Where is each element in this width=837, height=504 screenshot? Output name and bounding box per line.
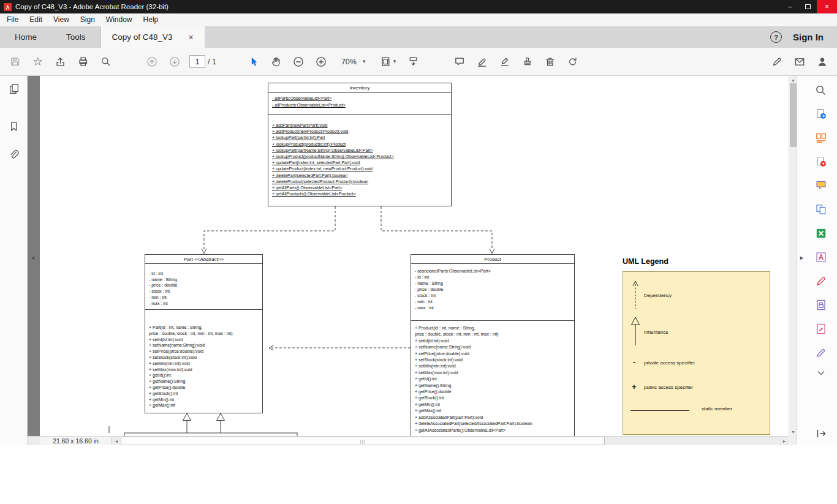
scroll-left-icon[interactable]: ◄ (112, 437, 121, 445)
fit-page-icon (381, 56, 391, 67)
page-number-input[interactable]: 1 (189, 55, 205, 68)
sign-button[interactable] (493, 51, 516, 72)
save-button[interactable] (4, 51, 26, 72)
uml-method: + getPrice():double (149, 385, 262, 391)
menu-item[interactable]: Help (138, 13, 164, 26)
search-button[interactable] (94, 51, 117, 72)
tab-document[interactable]: Copy of C48_V3 × (100, 26, 205, 48)
comment-tool-button[interactable] (812, 178, 830, 194)
sign-in-button[interactable]: Sign In (793, 32, 824, 42)
scrollbar-corner (789, 436, 797, 445)
create-pdf-button[interactable] (812, 154, 830, 170)
uml-method: + setId(id:int):void (415, 338, 574, 344)
class-methods: + addPart(newPart:Part):void+ addProduct… (268, 115, 451, 197)
class-attributes: - allParts:ObservableList<Part>- allProd… (268, 93, 451, 115)
favorite-button[interactable]: ☆ (26, 51, 49, 72)
tab-tools-label: Tools (66, 32, 86, 42)
zoom-out-button[interactable] (287, 51, 310, 72)
window-title: Copy of C48_V3 - Adobe Acrobat Reader (3… (15, 3, 169, 10)
share-button[interactable] (49, 51, 72, 72)
uml-method: + addProduct(newProduct:Product):void (272, 129, 451, 135)
close-button[interactable]: × (817, 0, 837, 13)
fill-sign-tool-button[interactable] (812, 321, 830, 337)
collapse-left-panel-icon[interactable]: ◄ (30, 255, 36, 261)
menu-item[interactable]: Edit (24, 13, 48, 26)
legend-private-label: private access specifier (644, 360, 695, 366)
vertical-scrollbar-thumb[interactable] (790, 83, 797, 147)
fill-sign-button[interactable] (765, 51, 788, 72)
attachments-button[interactable] (4, 146, 23, 163)
fit-page-button[interactable]: ▾ (374, 51, 402, 72)
menu-item[interactable]: Window (100, 13, 138, 26)
redact-pen-icon (815, 275, 827, 287)
menu-item[interactable]: Sign (75, 13, 100, 26)
refresh-icon (567, 56, 578, 67)
paperclip-icon (8, 149, 20, 160)
account-button[interactable] (811, 51, 833, 72)
fountain-pen-icon (771, 56, 782, 67)
page-thumbnails-button[interactable] (4, 80, 23, 97)
inheritance-arrow-icon (628, 315, 643, 347)
redo-button[interactable] (561, 51, 584, 72)
acrobat-logo (4, 3, 12, 11)
scroll-right-icon[interactable]: ► (780, 437, 789, 445)
zoom-level-dropdown[interactable]: 70% ▾ (335, 53, 372, 71)
export-spreadsheet-button[interactable] (812, 225, 830, 241)
uml-method: + getName():String (415, 383, 574, 389)
horizontal-scrollbar-thumb[interactable]: ||| (121, 437, 605, 445)
uml-attribute: - name : String (415, 280, 574, 287)
previous-page-button[interactable] (140, 51, 163, 72)
scrollbar-track[interactable] (605, 437, 780, 445)
scroll-mode-button[interactable] (402, 51, 425, 72)
close-icon: × (825, 2, 829, 11)
select-tool-button[interactable] (242, 51, 265, 72)
spreadsheet-icon (815, 227, 827, 239)
vertical-scrollbar[interactable]: ▴ ▾ (789, 76, 797, 436)
document-viewport[interactable]: ◄ (28, 76, 789, 436)
class-title: Inventory (268, 83, 451, 93)
organize-pages-button[interactable] (812, 130, 830, 146)
next-page-button[interactable] (163, 51, 186, 72)
uml-method: + setMin(min:int):void (415, 363, 574, 369)
stamp-button[interactable] (516, 51, 539, 72)
send-email-button[interactable] (788, 51, 811, 72)
highlight-button[interactable] (471, 51, 493, 72)
protect-button[interactable] (812, 297, 830, 313)
tab-tools[interactable]: Tools (51, 26, 100, 48)
delete-pages-button[interactable] (539, 51, 561, 72)
tab-home[interactable]: Home (0, 26, 51, 48)
chevron-down-icon: ▾ (363, 59, 366, 64)
restore-icon (805, 4, 811, 9)
zoom-tools-button[interactable] (812, 82, 830, 98)
more-tools-button[interactable] (812, 345, 830, 361)
scrollbar-grip-icon: ||| (360, 439, 365, 443)
restore-button[interactable] (799, 0, 817, 13)
menu-item[interactable]: File (1, 13, 24, 26)
uml-method: + getId():int (415, 376, 574, 382)
minimize-icon: – (788, 2, 792, 11)
uml-class-product: Product - associatedParts:ObservableList… (411, 254, 575, 436)
print-button[interactable] (72, 51, 94, 72)
minimize-button[interactable]: – (781, 0, 799, 13)
comment-button[interactable] (448, 51, 471, 72)
page-thumbnails-icon (8, 83, 20, 94)
horizontal-scrollbar[interactable]: 21.60 x 16.60 in ◄ ||| ► (28, 436, 789, 445)
menu-item[interactable]: View (48, 13, 75, 26)
zoom-in-button[interactable] (310, 51, 333, 72)
uml-method: + Product(id : int, name : String, (415, 325, 574, 331)
printer-icon (78, 56, 88, 67)
export-pdf-button[interactable] (812, 106, 830, 122)
hand-tool-button[interactable] (265, 51, 287, 72)
open-tools-pane-button[interactable] (812, 426, 830, 442)
uml-method: + setMax(max:int):void (149, 367, 262, 373)
combine-files-button[interactable] (812, 201, 830, 217)
show-more-button[interactable] (812, 369, 830, 377)
collapse-right-panel-icon[interactable]: ► (799, 255, 805, 261)
scan-ocr-button[interactable] (812, 249, 830, 265)
uml-method: + lookupPart(partName:String):Observable… (272, 148, 451, 154)
tab-close-icon[interactable]: × (186, 32, 196, 43)
bookmarks-button[interactable] (4, 118, 23, 135)
help-button[interactable]: ? (770, 31, 782, 43)
uml-attribute: - allParts:ObservableList<Part> (272, 96, 451, 102)
redact-button[interactable] (812, 273, 830, 289)
